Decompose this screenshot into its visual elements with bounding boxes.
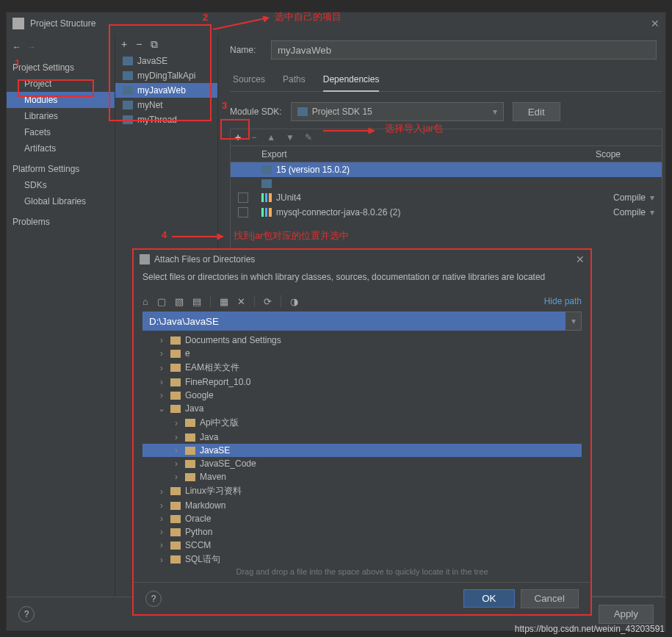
dependency-row[interactable] xyxy=(231,177,662,190)
project-icon[interactable]: ▧ xyxy=(175,296,184,307)
expand-icon[interactable]: › xyxy=(157,348,166,359)
expand-icon[interactable]: › xyxy=(172,458,181,469)
back-icon[interactable]: ← xyxy=(12,42,21,52)
sidebar-item-project[interactable]: Project xyxy=(7,76,115,92)
export-checkbox[interactable] xyxy=(238,207,248,217)
export-checkbox[interactable] xyxy=(238,192,248,203)
tab-paths[interactable]: Paths xyxy=(283,71,306,91)
sidebar-item-libraries[interactable]: Libraries xyxy=(7,108,115,124)
expand-icon[interactable]: › xyxy=(157,377,166,387)
apply-button[interactable]: Apply xyxy=(599,605,654,624)
delete-icon[interactable]: ✕ xyxy=(237,296,245,307)
refresh-icon[interactable]: ⟳ xyxy=(264,296,272,307)
sidebar-header-platform: Platform Settings xyxy=(7,156,115,177)
app-icon xyxy=(140,254,150,264)
expand-icon[interactable]: › xyxy=(172,418,181,428)
remove-dependency-icon[interactable]: − xyxy=(251,132,256,143)
expand-icon[interactable]: › xyxy=(157,555,166,565)
edit-button[interactable]: Edit xyxy=(513,102,560,121)
expand-icon[interactable]: › xyxy=(157,390,166,400)
sub-toolbar: ⌂ ▢ ▧ ▤ ▦ ✕ ⟳ ◑ Hide path xyxy=(134,291,590,312)
tree-node[interactable]: ›SQL语句 xyxy=(142,552,582,564)
folder-icon xyxy=(170,502,181,510)
tree-node[interactable]: ›JavaSE xyxy=(142,444,582,457)
desktop-icon[interactable]: ▢ xyxy=(157,296,166,307)
expand-icon[interactable]: › xyxy=(157,486,166,497)
copy-module-icon[interactable]: ⧉ xyxy=(151,38,158,51)
tree-node[interactable]: ›Documents and Settings xyxy=(142,334,582,347)
file-tree[interactable]: ›Documents and Settings›e›EAM相关文件›FineRe… xyxy=(134,334,590,564)
path-dropdown[interactable]: ▾ xyxy=(566,312,582,331)
tab-sources[interactable]: Sources xyxy=(233,71,265,91)
tree-node[interactable]: ›JavaSE_Code xyxy=(142,457,582,470)
sidebar-header-problems[interactable]: Problems xyxy=(7,209,115,230)
module-item[interactable]: myNet xyxy=(115,98,217,112)
expand-icon[interactable]: › xyxy=(157,514,166,524)
tree-node[interactable]: ›Api中文版 xyxy=(142,415,582,431)
folder-icon xyxy=(170,392,181,400)
module-item[interactable]: myJavaWeb xyxy=(115,83,217,98)
library-icon xyxy=(261,208,272,217)
new-folder-icon[interactable]: ▦ xyxy=(220,296,228,307)
forward-icon[interactable]: → xyxy=(27,42,36,52)
tree-node[interactable]: ›Markdown xyxy=(142,499,582,512)
add-dependency-icon[interactable]: + xyxy=(235,132,241,143)
close-icon[interactable]: ✕ xyxy=(576,253,585,265)
tree-node[interactable]: ›e xyxy=(142,347,582,360)
dialog-title: Project Structure xyxy=(30,18,95,29)
expand-icon[interactable]: › xyxy=(157,527,166,537)
tree-node[interactable]: ⌄Java xyxy=(142,402,582,415)
sidebar-item-artifacts[interactable]: Artifacts xyxy=(7,140,115,156)
tree-node[interactable]: ›Python xyxy=(142,525,582,539)
edit-icon[interactable]: ✎ xyxy=(305,132,312,143)
sidebar-item-sdks[interactable]: SDKs xyxy=(7,177,115,193)
expand-icon[interactable]: › xyxy=(172,445,181,456)
add-module-icon[interactable]: + xyxy=(121,38,127,50)
dependency-row[interactable]: JUnit4Compile▾ xyxy=(231,190,662,205)
hide-path-link[interactable]: Hide path xyxy=(544,296,582,306)
dependency-row[interactable]: mysql-connector-java-8.0.26 (2)Compile▾ xyxy=(231,205,662,220)
tree-node[interactable]: ›Oracle xyxy=(142,512,582,525)
close-icon[interactable]: ✕ xyxy=(651,18,660,29)
expand-icon[interactable]: › xyxy=(157,500,166,511)
name-input[interactable] xyxy=(271,40,657,60)
remove-module-icon[interactable]: − xyxy=(136,38,142,50)
sidebar-item-global-libraries[interactable]: Global Libraries xyxy=(7,193,115,209)
scope-header: Scope xyxy=(596,149,654,159)
module-icon xyxy=(123,57,133,65)
tree-node[interactable]: ›Java xyxy=(142,431,582,444)
tree-node[interactable]: ›SCCM xyxy=(142,539,582,552)
path-input[interactable] xyxy=(142,312,566,331)
ok-button[interactable]: OK xyxy=(463,589,514,608)
tree-label: Python xyxy=(185,527,212,537)
sidebar-item-modules[interactable]: Modules xyxy=(7,92,115,108)
tab-dependencies[interactable]: Dependencies xyxy=(323,71,380,92)
tree-node[interactable]: ›Google xyxy=(142,389,582,402)
expand-icon[interactable]: › xyxy=(157,363,166,373)
tree-node[interactable]: ›EAM相关文件 xyxy=(142,360,582,375)
module-item[interactable]: myDingTalkApi xyxy=(115,68,217,83)
tree-node[interactable]: ›FineReport_10.0 xyxy=(142,375,582,389)
expand-icon[interactable]: › xyxy=(157,540,166,550)
cancel-button[interactable]: Cancel xyxy=(521,589,579,608)
module-item[interactable]: myThread xyxy=(115,112,217,127)
help-icon[interactable]: ? xyxy=(18,606,35,622)
expand-icon[interactable]: › xyxy=(157,335,166,345)
expand-icon[interactable]: ⌄ xyxy=(157,403,166,414)
dependency-row[interactable]: 15 (version 15.0.2) xyxy=(231,162,662,177)
sidebar-header-project: Project Settings xyxy=(7,55,115,76)
sdk-dropdown[interactable]: Project SDK 15 ▾ xyxy=(291,102,504,121)
tree-node[interactable]: ›Maven xyxy=(142,470,582,483)
up-icon[interactable]: ▲ xyxy=(267,132,275,143)
show-hidden-icon[interactable]: ◑ xyxy=(290,296,298,307)
expand-icon[interactable]: › xyxy=(172,472,181,482)
module-icon[interactable]: ▤ xyxy=(192,296,201,307)
home-icon[interactable]: ⌂ xyxy=(142,296,148,307)
sidebar-item-facets[interactable]: Facets xyxy=(7,124,115,140)
help-icon[interactable]: ? xyxy=(145,591,162,607)
svg-line-0 xyxy=(213,18,269,29)
module-item[interactable]: JavaSE xyxy=(115,54,217,68)
expand-icon[interactable]: › xyxy=(172,432,181,442)
tree-node[interactable]: ›Linux学习资料 xyxy=(142,483,582,499)
down-icon[interactable]: ▼ xyxy=(286,132,295,143)
